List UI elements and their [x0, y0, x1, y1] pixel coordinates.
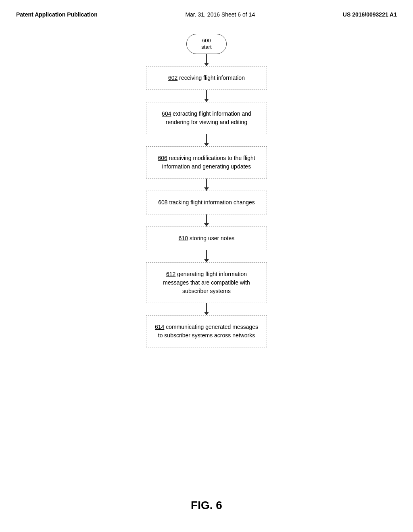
node-606: 606 receiving modifications to the fligh… [146, 146, 267, 179]
node-612: 612 generating flight information messag… [146, 262, 267, 303]
header-left: Patent Application Publication [16, 11, 98, 18]
start-node: 600 start [186, 34, 227, 54]
arrow-6 [206, 250, 207, 262]
arrow-3 [206, 134, 207, 146]
node-612-id: 612 [166, 271, 175, 277]
start-node-id: 600 [202, 37, 211, 44]
header-right: US 2016/0093221 A1 [343, 11, 397, 18]
arrow-5 [206, 214, 207, 227]
node-604-id: 604 [162, 110, 171, 117]
node-608: 608 tracking flight information changes [146, 191, 267, 214]
node-614: 614 communicating generated messages to … [146, 315, 267, 347]
arrow-4 [206, 179, 207, 191]
header-center: Mar. 31, 2016 Sheet 6 of 14 [185, 11, 255, 18]
page-header: Patent Application Publication Mar. 31, … [0, 0, 413, 18]
node-610: 610 storing user notes [146, 227, 267, 250]
node-602: 602 receiving flight information [146, 66, 267, 90]
node-610-id: 610 [179, 235, 188, 241]
node-614-id: 614 [155, 324, 164, 330]
start-node-label: start [201, 44, 211, 50]
node-602-id: 602 [168, 75, 177, 81]
node-606-id: 606 [158, 155, 167, 161]
node-608-id: 608 [158, 199, 167, 206]
arrow-7 [206, 303, 207, 315]
flowchart-diagram: 600 start 602 receiving flight informati… [0, 18, 413, 347]
arrow-1 [206, 54, 207, 66]
arrow-2 [206, 90, 207, 102]
figure-label: FIG. 6 [191, 499, 222, 512]
node-604: 604 extracting flight information and re… [146, 102, 267, 134]
